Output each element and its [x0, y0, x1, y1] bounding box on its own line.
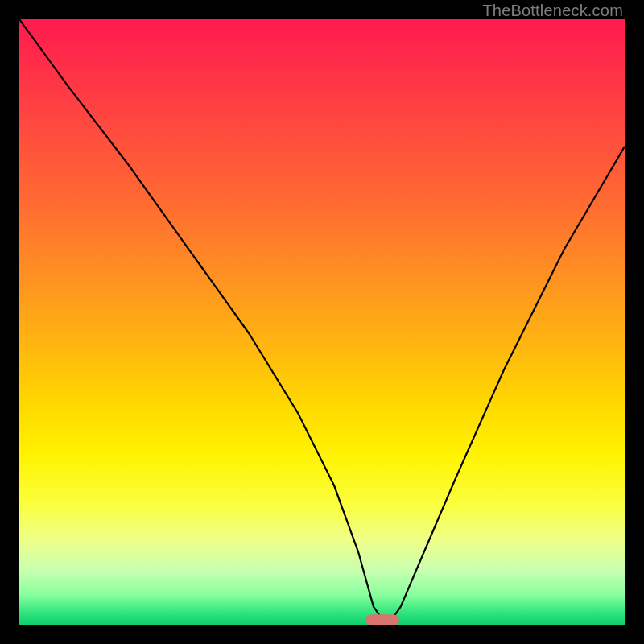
chart-frame: TheBottleneck.com: [0, 0, 644, 644]
optimal-marker-pill: [366, 614, 399, 625]
watermark-text: TheBottleneck.com: [482, 2, 623, 20]
bottleneck-curve-path: [19, 19, 625, 620]
plot-area: [19, 19, 625, 625]
curve-layer: [19, 19, 625, 625]
